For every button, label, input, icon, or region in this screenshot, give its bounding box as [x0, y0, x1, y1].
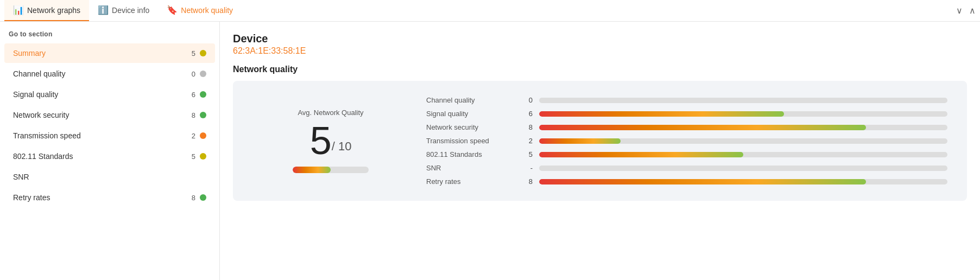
score-bar-fill [293, 167, 331, 173]
sidebar-dot-transmission-speed [200, 132, 206, 139]
sidebar-dot-signal-quality [200, 91, 206, 98]
sidebar-dot-network-security [200, 112, 206, 118]
tab-bar: 📊 Network graphs ℹ️ Device info 🔖 Networ… [0, 0, 980, 22]
quality-row-label: Retry rates [426, 177, 513, 186]
sidebar-label-transmission-speed: Transmission speed [13, 131, 81, 140]
sidebar-item-summary[interactable]: Summary5 [4, 43, 215, 63]
quality-bar [539, 179, 866, 184]
sidebar-right-802-11-standards: 5 [192, 152, 206, 161]
sidebar-label-channel-quality: Channel quality [13, 69, 66, 78]
quality-row-score: 2 [520, 137, 533, 145]
sidebar-dot-channel-quality [200, 71, 206, 77]
quality-card: Avg. Network Quality 5 / 10 Channel qual… [233, 81, 967, 201]
avg-label: Avg. Network Quality [298, 109, 363, 117]
sidebar-right-network-security: 8 [192, 111, 206, 119]
sidebar-label-retry-rates: Retry rates [13, 193, 50, 202]
sidebar-label-signal-quality: Signal quality [13, 90, 58, 99]
sidebar-item-signal-quality[interactable]: Signal quality6 [4, 85, 215, 104]
sidebar-label-network-security: Network security [13, 111, 69, 119]
quality-bar-wrap [539, 152, 947, 157]
sidebar-right-transmission-speed: 2 [192, 132, 206, 140]
tab-network-quality[interactable]: 🔖 Network quality [158, 0, 242, 21]
tab-network-quality-label: Network quality [181, 6, 233, 15]
sidebar-right-summary: 5 [192, 49, 206, 58]
quality-row-label: Signal quality [426, 110, 513, 118]
device-title: Device [233, 33, 967, 45]
sidebar-score-802-11-standards: 5 [192, 152, 195, 161]
chevron-down-icon[interactable]: ∨ [956, 5, 963, 16]
sidebar-right-signal-quality: 6 [192, 91, 206, 99]
quality-row-score: 8 [520, 123, 533, 131]
quality-row-score: 0 [520, 96, 533, 104]
sidebar-item-802-11-standards[interactable]: 802.11 Standards5 [4, 147, 215, 166]
quality-row: 802.11 Standards5 [426, 150, 947, 158]
quality-row-label: Network security [426, 123, 513, 131]
score-big: 5 [310, 121, 332, 160]
network-graphs-icon: 📊 [13, 5, 24, 15]
chevron-up-icon[interactable]: ∧ [969, 5, 976, 16]
sidebar-score-signal-quality: 6 [192, 91, 195, 99]
sidebar-dot-802-11-standards [200, 153, 206, 160]
quality-row: Network security8 [426, 123, 947, 131]
device-info-icon: ℹ️ [98, 5, 109, 15]
score-bar-container [293, 167, 369, 173]
quality-bar-wrap [539, 166, 947, 171]
sidebar-score-retry-rates: 8 [192, 194, 195, 202]
sidebar: Go to section Summary5Channel quality0Si… [0, 22, 220, 280]
tab-device-info[interactable]: ℹ️ Device info [89, 0, 158, 21]
quality-row-score: 5 [520, 150, 533, 158]
quality-bar-wrap [539, 98, 947, 103]
quality-bar-wrap [539, 111, 947, 117]
quality-left: Avg. Network Quality 5 / 10 [244, 92, 418, 190]
quality-row-label: 802.11 Standards [426, 150, 513, 158]
quality-row: Retry rates8 [426, 177, 947, 186]
quality-bar [539, 138, 621, 144]
sidebar-score-network-security: 8 [192, 111, 195, 119]
sidebar-dot-summary [200, 50, 206, 56]
sidebar-score-channel-quality: 0 [192, 70, 195, 78]
sidebar-score-summary: 5 [192, 49, 195, 58]
score-display: 5 / 10 [310, 121, 352, 160]
quality-row-label: Transmission speed [426, 137, 513, 145]
sidebar-dot-retry-rates [200, 194, 206, 201]
quality-bar [539, 125, 866, 130]
tab-bar-controls: ∨ ∧ [956, 5, 976, 16]
tab-device-info-label: Device info [112, 6, 149, 15]
sidebar-item-snr[interactable]: SNR [4, 167, 215, 187]
quality-row-label: Channel quality [426, 96, 513, 104]
sidebar-label-summary: Summary [13, 49, 46, 58]
content-area: Device 62:3A:1E:33:58:1E Network quality… [220, 22, 980, 280]
quality-right: Channel quality0Signal quality6Network s… [418, 92, 956, 190]
quality-row: Signal quality6 [426, 110, 947, 118]
device-mac: 62:3A:1E:33:58:1E [233, 46, 967, 56]
quality-bar-wrap [539, 125, 947, 130]
quality-bar-wrap [539, 179, 947, 184]
go-to-section-label: Go to section [0, 28, 219, 42]
sidebar-item-transmission-speed[interactable]: Transmission speed2 [4, 126, 215, 145]
quality-row-score: 8 [520, 177, 533, 186]
sidebar-right-retry-rates: 8 [192, 194, 206, 202]
sidebar-right-channel-quality: 0 [192, 70, 206, 78]
quality-row: Transmission speed2 [426, 137, 947, 145]
quality-bar [539, 111, 784, 117]
tab-network-graphs[interactable]: 📊 Network graphs [4, 0, 89, 21]
quality-row-score: 6 [520, 110, 533, 118]
sidebar-items-container: Summary5Channel quality0Signal quality6N… [0, 43, 219, 207]
sidebar-item-retry-rates[interactable]: Retry rates8 [4, 188, 215, 207]
quality-row-score: - [520, 164, 533, 172]
sidebar-item-network-security[interactable]: Network security8 [4, 105, 215, 125]
sidebar-score-transmission-speed: 2 [192, 132, 195, 140]
tab-network-graphs-label: Network graphs [27, 6, 80, 15]
score-denom: / 10 [332, 139, 352, 154]
quality-row: SNR- [426, 164, 947, 172]
quality-row-label: SNR [426, 164, 513, 172]
quality-bar [539, 152, 743, 157]
main-layout: Go to section Summary5Channel quality0Si… [0, 22, 980, 280]
network-quality-icon: 🔖 [167, 5, 178, 15]
quality-row: Channel quality0 [426, 96, 947, 104]
sidebar-label-802-11-standards: 802.11 Standards [13, 152, 73, 161]
quality-bar-wrap [539, 138, 947, 144]
network-quality-title: Network quality [233, 65, 967, 74]
sidebar-label-snr: SNR [13, 173, 29, 181]
sidebar-item-channel-quality[interactable]: Channel quality0 [4, 64, 215, 84]
